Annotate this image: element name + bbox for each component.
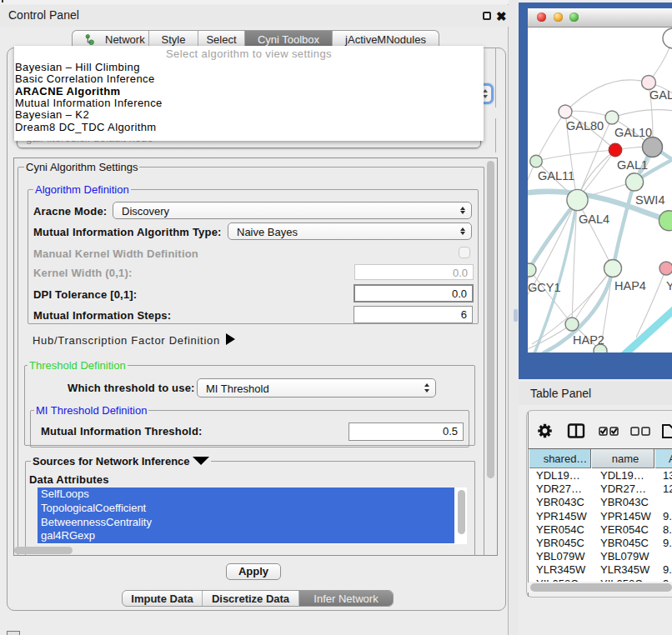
svg-text:GAL80: GAL80	[566, 119, 604, 132]
svg-text:Y: Y	[666, 279, 672, 292]
svg-text:GAL10: GAL10	[614, 126, 652, 139]
svg-text:HAP4: HAP4	[614, 279, 646, 292]
svg-text:GAL2: GAL2	[649, 88, 672, 102]
svg-text:GAL1: GAL1	[617, 158, 648, 172]
svg-text:SWI4: SWI4	[635, 193, 664, 207]
svg-text:GAL4: GAL4	[579, 212, 609, 226]
svg-text:HAP2: HAP2	[573, 333, 604, 347]
svg-text:GCY1: GCY1	[528, 281, 561, 294]
svg-text:GAL11: GAL11	[538, 169, 574, 182]
